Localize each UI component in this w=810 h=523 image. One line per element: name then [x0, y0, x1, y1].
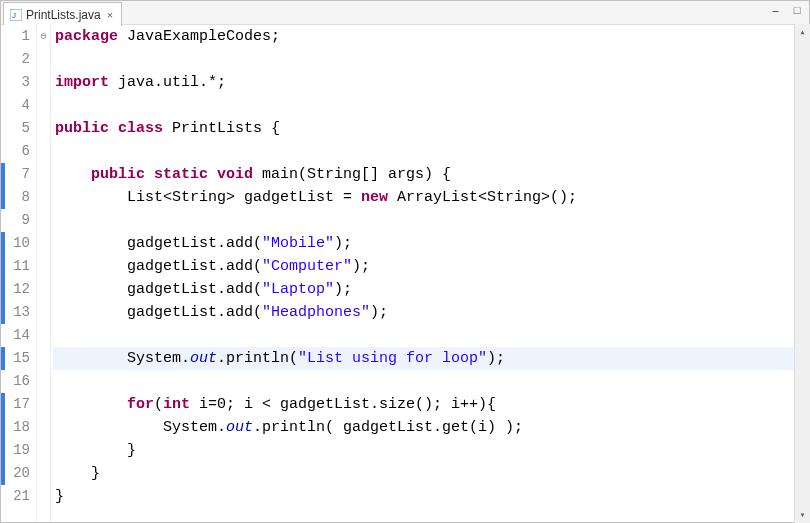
code-line[interactable] [53, 140, 809, 163]
coverage-bar [1, 416, 5, 439]
token-str: "List using for loop" [298, 350, 487, 367]
token-plain: main(String[] args) { [253, 166, 451, 183]
line-number: 10 [1, 232, 30, 255]
token-plain: gadgetList.add( [55, 281, 262, 298]
code-line[interactable]: gadgetList.add("Mobile"); [53, 232, 809, 255]
token-plain [109, 120, 118, 137]
editor-tab[interactable]: J PrintLists.java × [3, 2, 122, 26]
token-kw: void [217, 166, 253, 183]
coverage-bar [1, 462, 5, 485]
token-plain: System. [55, 419, 226, 436]
token-kw: for [127, 396, 154, 413]
line-number: 15 [1, 347, 30, 370]
maximize-button[interactable]: □ [789, 3, 805, 17]
token-plain: } [55, 465, 100, 482]
code-line[interactable]: public class PrintLists { [53, 117, 809, 140]
line-number: 21 [1, 485, 30, 508]
coverage-bar [1, 393, 5, 416]
token-plain: gadgetList.add( [55, 258, 262, 275]
token-str: "Mobile" [262, 235, 334, 252]
code-line[interactable]: for(int i=0; i < gadgetList.size(); i++)… [53, 393, 809, 416]
fold-marker[interactable]: ⊖ [37, 25, 50, 48]
coverage-bar [1, 186, 5, 209]
token-plain: List<String> gadgetList = [55, 189, 361, 206]
token-str: "Laptop" [262, 281, 334, 298]
token-plain: } [55, 442, 136, 459]
coverage-bar [1, 255, 5, 278]
code-line[interactable]: public static void main(String[] args) { [53, 163, 809, 186]
coverage-bar [1, 232, 5, 255]
coverage-bar [1, 163, 5, 186]
code-line[interactable]: gadgetList.add("Headphones"); [53, 301, 809, 324]
token-plain: } [55, 488, 64, 505]
token-plain: ); [487, 350, 505, 367]
scroll-down-icon[interactable]: ▾ [795, 507, 810, 523]
code-line[interactable] [53, 94, 809, 117]
code-line[interactable] [53, 209, 809, 232]
token-plain: ); [352, 258, 370, 275]
fold-marker-column: ⊖ [37, 25, 51, 522]
code-line[interactable] [53, 48, 809, 71]
svg-text:J: J [12, 11, 16, 20]
token-kw: int [163, 396, 190, 413]
token-plain [55, 396, 127, 413]
token-kw: import [55, 74, 109, 91]
line-number: 5 [1, 117, 30, 140]
token-plain: ); [334, 235, 352, 252]
token-str: "Headphones" [262, 304, 370, 321]
vertical-scrollbar[interactable]: ▴ ▾ [794, 24, 810, 523]
token-fld: out [190, 350, 217, 367]
token-plain [208, 166, 217, 183]
code-line[interactable] [53, 370, 809, 393]
token-plain: gadgetList.add( [55, 304, 262, 321]
line-number-gutter: 123456789101112131415161718192021 [1, 25, 37, 522]
code-line[interactable]: System.out.println( gadgetList.get(i) ); [53, 416, 809, 439]
token-plain [55, 166, 91, 183]
token-kw: new [361, 189, 388, 206]
token-plain: JavaExampleCodes; [118, 28, 280, 45]
token-fld: out [226, 419, 253, 436]
line-number: 7 [1, 163, 30, 186]
token-plain: ); [334, 281, 352, 298]
line-number: 19 [1, 439, 30, 462]
line-number: 8 [1, 186, 30, 209]
code-line[interactable]: gadgetList.add("Laptop"); [53, 278, 809, 301]
token-kw: package [55, 28, 118, 45]
token-plain: .println( gadgetList.get(i) ); [253, 419, 523, 436]
coverage-bar [1, 439, 5, 462]
code-area[interactable]: package JavaExampleCodes;import java.uti… [51, 25, 809, 522]
code-line[interactable]: } [53, 485, 809, 508]
token-kw: public [55, 120, 109, 137]
token-plain: ( [154, 396, 163, 413]
title-bar: J PrintLists.java × ‒ □ [1, 1, 809, 25]
line-number: 13 [1, 301, 30, 324]
code-line[interactable]: gadgetList.add("Computer"); [53, 255, 809, 278]
coverage-bar [1, 301, 5, 324]
token-kw: static [154, 166, 208, 183]
token-plain: java.util.*; [109, 74, 226, 91]
token-str: "Computer" [262, 258, 352, 275]
line-number: 6 [1, 140, 30, 163]
coverage-bar [1, 347, 5, 370]
code-line[interactable]: package JavaExampleCodes; [53, 25, 809, 48]
line-number: 20 [1, 462, 30, 485]
line-number: 4 [1, 94, 30, 117]
code-line[interactable]: import java.util.*; [53, 71, 809, 94]
token-plain: ); [370, 304, 388, 321]
code-line[interactable]: System.out.println("List using for loop"… [53, 347, 809, 370]
scroll-up-icon[interactable]: ▴ [795, 24, 810, 40]
token-plain: gadgetList.add( [55, 235, 262, 252]
code-line[interactable] [53, 324, 809, 347]
line-number: 11 [1, 255, 30, 278]
close-icon[interactable]: × [105, 9, 115, 21]
code-line[interactable]: } [53, 462, 809, 485]
line-number: 17 [1, 393, 30, 416]
line-number: 12 [1, 278, 30, 301]
editor: 123456789101112131415161718192021 ⊖ pack… [1, 25, 809, 522]
window-controls: ‒ □ [767, 3, 805, 17]
minimize-button[interactable]: ‒ [767, 3, 783, 17]
line-number: 1 [1, 25, 30, 48]
token-plain: PrintLists { [163, 120, 280, 137]
code-line[interactable]: } [53, 439, 809, 462]
code-line[interactable]: List<String> gadgetList = new ArrayList<… [53, 186, 809, 209]
